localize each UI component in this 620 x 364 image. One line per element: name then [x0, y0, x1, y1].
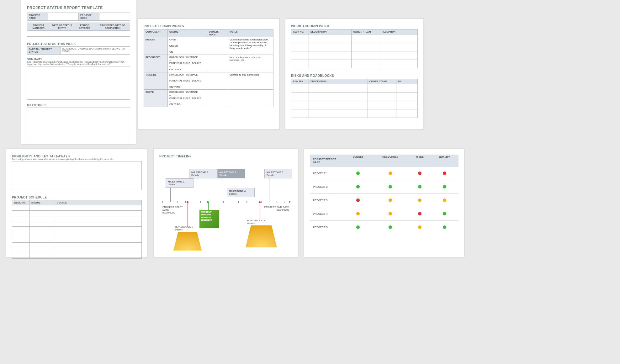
svg-marker-1	[246, 225, 277, 247]
summary-box[interactable]	[27, 66, 130, 100]
project-label: PROJECT 4	[310, 207, 344, 221]
timeline-axis	[162, 202, 289, 202]
risks-title: RISKS AND ROADBLOCKS	[291, 74, 418, 77]
status-dot-icon	[443, 212, 446, 215]
status-dot-icon	[356, 225, 360, 229]
highlights-box[interactable]	[12, 161, 142, 190]
status-dot-icon	[389, 198, 392, 202]
status-dot-icon	[356, 185, 360, 188]
status-dot-icon	[389, 212, 392, 215]
table-row: PROJECT 5	[310, 221, 458, 234]
table-row: PROJECT 4	[310, 207, 458, 221]
milestone-box: MILESTONE 3Details	[217, 169, 245, 178]
milestone-box: MILESTONE 1Details	[166, 178, 193, 188]
summary-hint: Enter information here about overall sta…	[27, 61, 130, 65]
work-title: WORK ACCOMPLISHED	[291, 24, 418, 28]
info-table-1: PROJECT NAME PROJECT CODE	[27, 13, 130, 21]
highlights-hint: Bullets of great work, who owns what, wh…	[12, 158, 142, 160]
svg-marker-0	[173, 232, 202, 251]
start-label: PROJECT START DATE00/00/0000	[162, 206, 188, 214]
roadblock-dot-icon	[259, 201, 261, 203]
status-dot-icon	[356, 171, 360, 175]
components-title: PROJECT COMPONENTS	[144, 24, 273, 28]
schedule-title: PROJECT SCHEDULE	[12, 196, 142, 199]
components-table: COMPONENT STATUS OWNER / TEAM NOTES BUDG…	[144, 29, 273, 107]
status-dot-icon	[443, 198, 446, 202]
current-note: CURRENTTIMELINEPOSITION00/00/0000	[199, 210, 219, 228]
work-table: TASK NO. DESCRIPTION OWNER / TEAM RECEPT…	[291, 29, 418, 68]
table-row: PROJECT 2	[310, 180, 458, 194]
schedule-table: WEEK NO. STATUS DETAILS	[12, 200, 142, 259]
summary-title: SUMMARY	[27, 58, 130, 61]
milestones-box[interactable]	[27, 108, 130, 141]
status-dot-icon	[418, 198, 421, 202]
status-dot-icon	[418, 212, 421, 215]
project-label: PROJECT 2	[310, 180, 344, 194]
page-5-timeline: PROJECT TIMELINE MILESTONE 1Details MILE…	[154, 149, 298, 257]
table-row: RESOURCES ROADBLOCK / OVERAGE – POTENTIA…	[144, 55, 273, 72]
current-dot-icon	[207, 201, 209, 203]
status-dot-icon	[389, 225, 392, 229]
project-label: PROJECT 5	[310, 221, 344, 234]
roadblock-label: ROADBLOCK 1Details	[175, 225, 193, 231]
roadblock-trap-icon	[173, 232, 202, 251]
timeline-title: PROJECT TIMELINE	[159, 155, 292, 158]
status-dot-icon	[418, 225, 421, 229]
highlights-title: HIGHLIGHTS AND KEY TAKEAWAYS	[12, 155, 142, 158]
milestone-box: MILESTONE 5Details	[264, 169, 292, 178]
page-3-work-risks: WORK ACCOMPLISHED TASK NO. DESCRIPTION O…	[285, 19, 423, 129]
page-title: PROJECT STATUS REPORT TEMPLATE	[27, 6, 130, 10]
status-dot-icon	[356, 198, 360, 202]
info-table-2: PROJECT MANAGER DATE OF STATUS ENTRY PER…	[27, 23, 130, 37]
status-dot-icon	[418, 185, 421, 188]
project-label: PROJECT 1	[310, 167, 344, 180]
arrow-right-icon	[289, 201, 291, 203]
status-dot-icon	[443, 171, 446, 175]
status-dot-icon	[389, 171, 392, 175]
table-row: PROJECT 1	[310, 167, 458, 180]
roadblock-dot-icon	[187, 201, 188, 203]
milestone-box: MILESTONE 2Details	[189, 169, 217, 178]
project-label: PROJECT 3	[310, 194, 344, 207]
table-row: PROJECT 3	[310, 194, 458, 207]
report-card-table: PROJECT REPORT CARD BUDGET RESOURCES RIS…	[310, 155, 458, 234]
end-label: PROJECT END DATE00/00/0000	[264, 206, 289, 211]
status-dot-icon	[389, 185, 392, 188]
table-row: BUDGET OVER – UNDER – ON Call out highli…	[144, 37, 273, 55]
table-row: TIMELINE ROADBLOCK / OVERAGE – POTENTIAL…	[144, 72, 273, 90]
roadblock-trap-icon	[246, 225, 277, 247]
status-dot-icon	[418, 171, 421, 175]
page-4-highlights: HIGHLIGHTS AND KEY TAKEAWAYS Bullets of …	[6, 149, 147, 257]
status-dot-icon	[443, 185, 446, 188]
roadblock-label: ROADBLOCK 2Details	[247, 219, 265, 225]
status-dot-icon	[443, 225, 446, 229]
page-1-status-report: PROJECT STATUS REPORT TEMPLATE PROJECT N…	[21, 0, 136, 144]
milestone-box: MILESTONE 4Details	[227, 188, 255, 197]
page-6-report-card: PROJECT REPORT CARD BUDGET RESOURCES RIS…	[304, 149, 464, 257]
status-dot-icon	[356, 212, 360, 215]
status-week-title: PROJECT STATUS THIS WEEK	[27, 42, 130, 46]
table-row: SCOPE ROADBLOCK / OVERAGE – POTENTIAL RI…	[144, 90, 273, 107]
page-2-components: PROJECT COMPONENTS COMPONENT STATUS OWNE…	[138, 19, 279, 129]
status-row: OVERALL PROJECT STATUS ROADBLOCK / OVERA…	[27, 46, 130, 55]
risks-table: RISK NO. DESCRIPTION OWNER / TEAM FIX	[291, 79, 418, 118]
milestones-title: MILESTONES	[27, 103, 130, 107]
